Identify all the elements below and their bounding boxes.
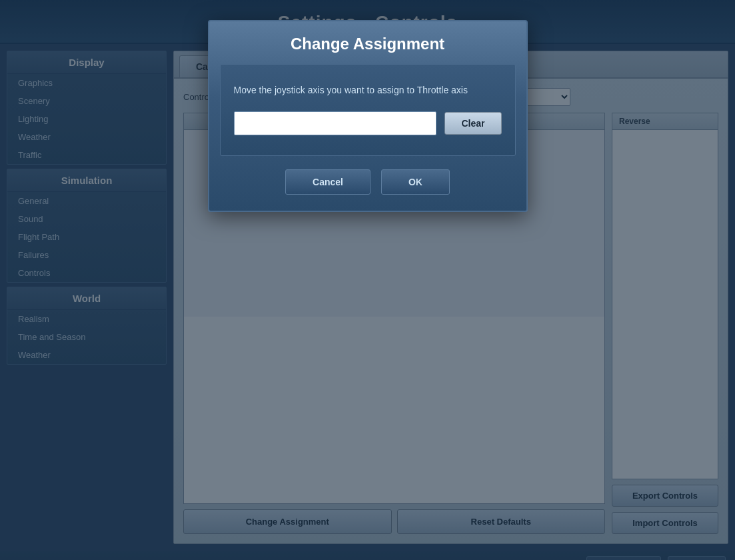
modal-overlay: Change Assignment Move the joystick axis…	[0, 0, 735, 560]
modal-footer: Cancel OK	[209, 169, 526, 195]
content-area: Calibration Buttons and Keys Axes Contro…	[173, 51, 728, 544]
modal-cancel-button[interactable]: Cancel	[285, 169, 370, 195]
main-layout: Display Graphics Scenery Lighting Weathe…	[0, 44, 735, 551]
modal-axis-input[interactable]	[234, 111, 437, 135]
change-assignment-modal: Change Assignment Move the joystick axis…	[208, 20, 528, 212]
modal-instruction: Move the joystick axis you want to assig…	[234, 85, 502, 95]
modal-ok-button[interactable]: OK	[381, 169, 450, 195]
modal-clear-button[interactable]: Clear	[444, 112, 501, 135]
modal-title: Change Assignment	[209, 21, 526, 64]
modal-body: Move the joystick axis you want to assig…	[220, 64, 516, 156]
modal-input-row: Clear	[234, 111, 502, 135]
